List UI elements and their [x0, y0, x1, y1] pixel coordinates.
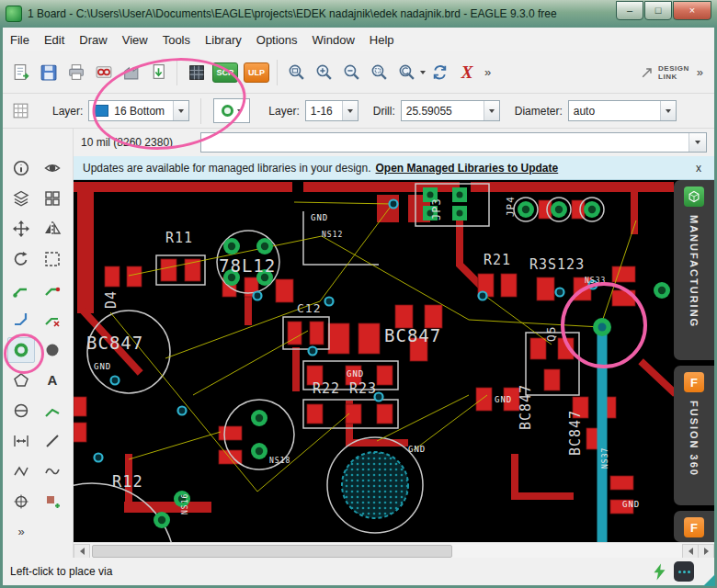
fusion-partial-icon: F — [684, 517, 704, 537]
ulp-button[interactable]: ULP — [244, 62, 269, 83]
scr-button[interactable]: SCR — [212, 62, 238, 83]
pcb-label-BC847: BC847 — [567, 410, 584, 456]
import-button[interactable] — [144, 59, 172, 86]
design-link-chevron[interactable]: » — [693, 65, 707, 79]
pcb-label-BC847: BC847 — [86, 333, 143, 353]
menu-view[interactable]: View — [115, 30, 155, 50]
feedback-chat-icon[interactable] — [674, 561, 694, 582]
scroll-left-button[interactable] — [74, 544, 90, 559]
zoom-select-button[interactable] — [365, 59, 393, 86]
route-button[interactable] — [7, 277, 35, 302]
pcb-label-R11: R11 — [165, 230, 193, 246]
print-button[interactable] — [62, 59, 89, 86]
diameter-arrow[interactable] — [660, 101, 676, 120]
menu-tools[interactable]: Tools — [155, 30, 198, 50]
zoom-fit-button[interactable] — [282, 59, 310, 86]
eagle-window: 1 Board - C:\Users\UserA\Documents\EAGLE… — [0, 0, 717, 588]
maximize-button[interactable]: □ — [644, 1, 672, 20]
polygon-button[interactable] — [7, 368, 35, 393]
layer-select-value: 16 Bottom — [114, 105, 165, 118]
menu-window[interactable]: Window — [305, 30, 362, 50]
move-button[interactable] — [7, 216, 35, 242]
via-layer-arrow[interactable] — [342, 101, 358, 120]
split-button[interactable] — [39, 398, 66, 424]
drc-grid-button[interactable] — [182, 59, 210, 86]
display-layers-button[interactable] — [7, 186, 35, 211]
wire-button[interactable] — [39, 428, 66, 454]
board-canvas[interactable]: R11D478L12C12BC847BC847R21R3S123JP3JP4R2… — [74, 180, 674, 542]
via-layer-value: 1-16 — [311, 105, 333, 118]
pcb-label-D4: D4 — [103, 290, 120, 309]
scrollbar-thumb[interactable] — [92, 545, 452, 558]
tab-manufacturing[interactable]: MANUFACTURING — [674, 180, 714, 360]
scroll-left-button-2[interactable] — [682, 544, 699, 559]
ratsnest-button[interactable] — [7, 458, 35, 484]
menu-draw[interactable]: Draw — [72, 30, 114, 50]
arc-button[interactable] — [7, 398, 35, 424]
via-shape-button[interactable] — [213, 98, 250, 123]
info-button[interactable] — [7, 155, 35, 181]
layer-select-arrow[interactable] — [173, 101, 188, 120]
menu-options[interactable]: Options — [249, 30, 305, 50]
pcb-label-GND: GND — [347, 369, 364, 379]
grid-button[interactable] — [6, 97, 34, 125]
tab-manufacturing-label: MANUFACTURING — [689, 215, 700, 328]
coordinate-bar: 10 mil (8260 2380) — [74, 129, 714, 156]
open-managed-libraries-link[interactable]: Open Managed Libraries to Update — [376, 162, 559, 175]
zoom-redraw-button[interactable] — [393, 59, 420, 86]
ripup-button[interactable] — [39, 307, 66, 333]
minimize-button[interactable]: – — [616, 1, 643, 20]
pcb-label-JP4: JP4 — [505, 196, 517, 217]
signal-button[interactable] — [39, 458, 66, 484]
cancel-button[interactable]: X — [453, 59, 481, 86]
new-open-button[interactable] — [6, 59, 34, 86]
via-layer-select[interactable]: 1-16 — [305, 100, 358, 121]
text-button[interactable]: A — [39, 368, 66, 393]
menu-edit[interactable]: Edit — [37, 30, 72, 50]
menu-library[interactable]: Library — [198, 30, 249, 50]
pcb-label-GND: GND — [622, 500, 640, 509]
board-canvas-container: R11D478L12C12BC847BC847R21R3S123JP3JP4R2… — [74, 180, 674, 542]
dimension-button[interactable] — [7, 428, 35, 454]
cam-processor-button[interactable] — [89, 59, 117, 86]
tab-fusion-partial[interactable]: F — [674, 511, 714, 542]
notification-message: Updates are available for managed librar… — [83, 162, 371, 175]
more-tools-button[interactable]: » — [7, 519, 35, 545]
save-button[interactable] — [34, 59, 62, 86]
miter-button[interactable] — [7, 307, 35, 333]
group-button[interactable] — [39, 246, 66, 272]
via-layer-label: Layer: — [268, 105, 299, 118]
route-alt-button[interactable] — [39, 277, 66, 302]
parameter-toolbar: Layer: 16 Bottom Layer: 1-16 Drill: 25.5… — [3, 94, 714, 129]
zoom-in-button[interactable] — [310, 59, 337, 86]
diameter-select[interactable]: auto — [568, 100, 677, 121]
pcb-label-R21: R21 — [484, 252, 511, 268]
zoom-out-button[interactable] — [337, 59, 365, 86]
menu-file[interactable]: File — [3, 30, 37, 50]
resize-grip[interactable] — [703, 574, 715, 586]
rotate-button[interactable] — [7, 246, 35, 272]
close-button[interactable]: × — [673, 1, 711, 20]
drill-arrow[interactable] — [484, 101, 499, 120]
attach-button[interactable] — [39, 489, 66, 514]
menu-help[interactable]: Help — [362, 30, 402, 50]
mirror-button[interactable] — [39, 216, 66, 242]
power-bolt-icon[interactable] — [653, 563, 666, 581]
schematic-switch-button[interactable] — [117, 59, 144, 86]
command-combobox[interactable] — [200, 132, 707, 153]
drill-select[interactable]: 25.59055 — [401, 100, 500, 121]
refresh-button[interactable] — [426, 59, 453, 86]
horizontal-scrollbar[interactable] — [74, 542, 714, 558]
toolbar-overflow-chevron[interactable]: » — [481, 65, 495, 79]
pad-button[interactable] — [39, 337, 66, 363]
via-button[interactable] — [7, 337, 35, 363]
show-button[interactable] — [39, 155, 66, 181]
command-combobox-arrow[interactable] — [689, 133, 706, 152]
layer-select[interactable]: 16 Bottom — [88, 100, 189, 121]
grid-settings-button[interactable] — [39, 186, 66, 211]
tab-fusion-360[interactable]: F FUSION 360 — [674, 366, 714, 505]
hole-button[interactable] — [7, 489, 35, 514]
scroll-right-button[interactable] — [698, 544, 714, 559]
notification-close-icon[interactable]: x — [692, 162, 705, 175]
design-link-button[interactable]: DESIGN LINK » — [640, 64, 707, 81]
